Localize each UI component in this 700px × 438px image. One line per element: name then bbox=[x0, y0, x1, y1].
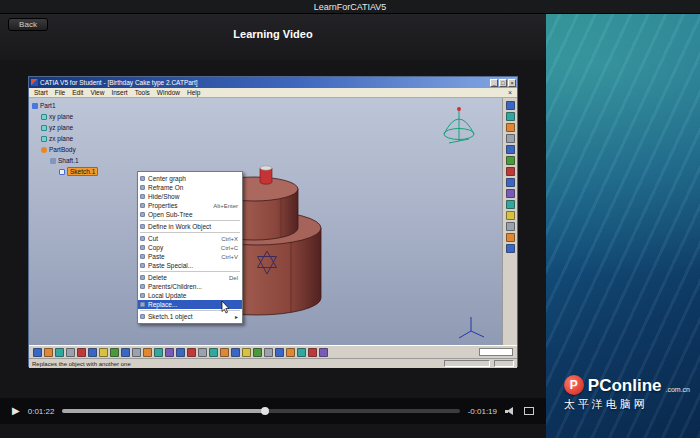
tree-item-sketch[interactable]: Sketch.1 bbox=[32, 166, 98, 177]
back-button[interactable]: Back bbox=[8, 18, 48, 31]
catia-window-title: CATIA V5 for Student - [Birthday Cake ty… bbox=[40, 79, 198, 86]
context-menu-item-local-update[interactable]: Local Update bbox=[138, 291, 242, 300]
player-window: Back Learning Video CATIA V5 for Student… bbox=[0, 14, 546, 438]
context-menu-item-center-graph[interactable]: Center graph bbox=[138, 174, 242, 183]
spec-tree: Part1 xy plane yz plane zx plane PartBod… bbox=[32, 100, 98, 177]
menu-view[interactable]: View bbox=[90, 89, 104, 96]
selected-tree-label: Sketch.1 bbox=[67, 167, 98, 176]
context-menu-item-open-sub-tree[interactable]: Open Sub-Tree bbox=[138, 210, 242, 219]
menu-start[interactable]: Start bbox=[34, 89, 48, 96]
seek-bar[interactable] bbox=[62, 409, 459, 413]
catia-tool-icon[interactable] bbox=[319, 348, 328, 357]
context-menu-item-define-in-work-object[interactable]: Define in Work Object bbox=[138, 222, 242, 231]
tree-item-shaft[interactable]: Shaft.1 bbox=[32, 155, 98, 166]
catia-tool-icon[interactable] bbox=[506, 233, 515, 242]
catia-tool-icon[interactable] bbox=[308, 348, 317, 357]
context-menu-item-copy[interactable]: CopyCtrl+C bbox=[138, 243, 242, 252]
mdi-close-icon[interactable]: × bbox=[508, 89, 512, 97]
shaft-icon bbox=[50, 158, 56, 164]
video-frame[interactable]: CATIA V5 for Student - [Birthday Cake ty… bbox=[28, 76, 518, 367]
status-field-small[interactable] bbox=[494, 360, 514, 367]
catia-tool-icon[interactable] bbox=[506, 189, 515, 198]
minimize-button[interactable]: _ bbox=[490, 79, 498, 87]
tree-item-yz-plane[interactable]: yz plane bbox=[32, 122, 98, 133]
catia-tool-icon[interactable] bbox=[297, 348, 306, 357]
item-icon bbox=[140, 194, 145, 199]
catia-tool-icon[interactable] bbox=[143, 348, 152, 357]
context-menu-item-delete[interactable]: DeleteDel bbox=[138, 273, 242, 282]
catia-tool-icon[interactable] bbox=[506, 200, 515, 209]
context-menu-item-paste[interactable]: PasteCtrl+V bbox=[138, 252, 242, 261]
play-button[interactable]: ▶ bbox=[12, 406, 20, 416]
catia-tool-icon[interactable] bbox=[506, 178, 515, 187]
catia-tool-icon[interactable] bbox=[506, 222, 515, 231]
status-field[interactable] bbox=[444, 360, 490, 367]
catia-tool-icon[interactable] bbox=[231, 348, 240, 357]
desktop: LearnForCATIAV5 Back Learning Video CATI… bbox=[0, 0, 700, 438]
pconline-watermark: P PConline .com.cn 太平洋电脑网 bbox=[564, 375, 690, 412]
item-icon bbox=[140, 284, 145, 289]
os-titlebar-title: LearnForCATIAV5 bbox=[314, 2, 387, 12]
current-time: 0:01:22 bbox=[28, 407, 55, 416]
catia-tool-icon[interactable] bbox=[506, 167, 515, 176]
catia-tool-icon[interactable] bbox=[154, 348, 163, 357]
catia-tool-icon[interactable] bbox=[132, 348, 141, 357]
menu-help[interactable]: Help bbox=[187, 89, 200, 96]
catia-tool-icon[interactable] bbox=[275, 348, 284, 357]
menu-separator bbox=[140, 271, 240, 272]
tree-item-zx-plane[interactable]: zx plane bbox=[32, 133, 98, 144]
context-menu-item-parents-children[interactable]: Parents/Children... bbox=[138, 282, 242, 291]
context-menu-item-hide-show[interactable]: Hide/Show bbox=[138, 192, 242, 201]
catia-tool-icon[interactable] bbox=[506, 211, 515, 220]
catia-tool-icon[interactable] bbox=[506, 145, 515, 154]
catia-tool-icon[interactable] bbox=[99, 348, 108, 357]
catia-tool-icon[interactable] bbox=[506, 156, 515, 165]
menu-file[interactable]: File bbox=[55, 89, 65, 96]
tree-item-partbody[interactable]: PartBody bbox=[32, 144, 98, 155]
tree-item-xy-plane[interactable]: xy plane bbox=[32, 111, 98, 122]
context-menu-item-reframe-on[interactable]: Reframe On bbox=[138, 183, 242, 192]
fullscreen-icon[interactable] bbox=[524, 407, 534, 415]
catia-tool-icon[interactable] bbox=[165, 348, 174, 357]
menu-insert[interactable]: Insert bbox=[111, 89, 127, 96]
catia-window: CATIA V5 for Student - [Birthday Cake ty… bbox=[28, 76, 518, 367]
catia-tool-icon[interactable] bbox=[253, 348, 262, 357]
catia-tool-icon[interactable] bbox=[286, 348, 295, 357]
plane-icon bbox=[41, 125, 47, 131]
catia-tool-icon[interactable] bbox=[44, 348, 53, 357]
menu-tools[interactable]: Tools bbox=[135, 89, 150, 96]
catia-tool-icon[interactable] bbox=[66, 348, 75, 357]
toolbar-input-field[interactable] bbox=[479, 348, 513, 356]
catia-tool-icon[interactable] bbox=[506, 134, 515, 143]
catia-tool-icon[interactable] bbox=[55, 348, 64, 357]
catia-tool-icon[interactable] bbox=[242, 348, 251, 357]
catia-tool-icon[interactable] bbox=[198, 348, 207, 357]
catia-tool-icon[interactable] bbox=[506, 112, 515, 121]
catia-tool-icon[interactable] bbox=[33, 348, 42, 357]
maximize-button[interactable]: □ bbox=[499, 79, 507, 87]
catia-titlebar[interactable]: CATIA V5 for Student - [Birthday Cake ty… bbox=[29, 77, 517, 88]
catia-tool-icon[interactable] bbox=[506, 244, 515, 253]
volume-icon[interactable] bbox=[505, 407, 516, 416]
catia-tool-icon[interactable] bbox=[264, 348, 273, 357]
catia-tool-icon[interactable] bbox=[176, 348, 185, 357]
tree-item-part1[interactable]: Part1 bbox=[32, 100, 98, 111]
catia-viewport[interactable]: Part1 xy plane yz plane zx plane PartBod… bbox=[29, 98, 517, 345]
menu-edit[interactable]: Edit bbox=[72, 89, 83, 96]
seek-bar-knob[interactable] bbox=[261, 407, 269, 415]
catia-tool-icon[interactable] bbox=[187, 348, 196, 357]
menu-window[interactable]: Window bbox=[157, 89, 180, 96]
catia-tool-icon[interactable] bbox=[506, 101, 515, 110]
catia-tool-icon[interactable] bbox=[121, 348, 130, 357]
plane-icon bbox=[41, 136, 47, 142]
context-menu-item-cut[interactable]: CutCtrl+X bbox=[138, 234, 242, 243]
catia-tool-icon[interactable] bbox=[209, 348, 218, 357]
context-menu-item-properties[interactable]: PropertiesAlt+Enter bbox=[138, 201, 242, 210]
catia-tool-icon[interactable] bbox=[88, 348, 97, 357]
close-button[interactable]: × bbox=[508, 79, 516, 87]
catia-tool-icon[interactable] bbox=[77, 348, 86, 357]
context-menu-item-paste-special[interactable]: Paste Special... bbox=[138, 261, 242, 270]
catia-tool-icon[interactable] bbox=[506, 123, 515, 132]
catia-tool-icon[interactable] bbox=[110, 348, 119, 357]
catia-tool-icon[interactable] bbox=[220, 348, 229, 357]
